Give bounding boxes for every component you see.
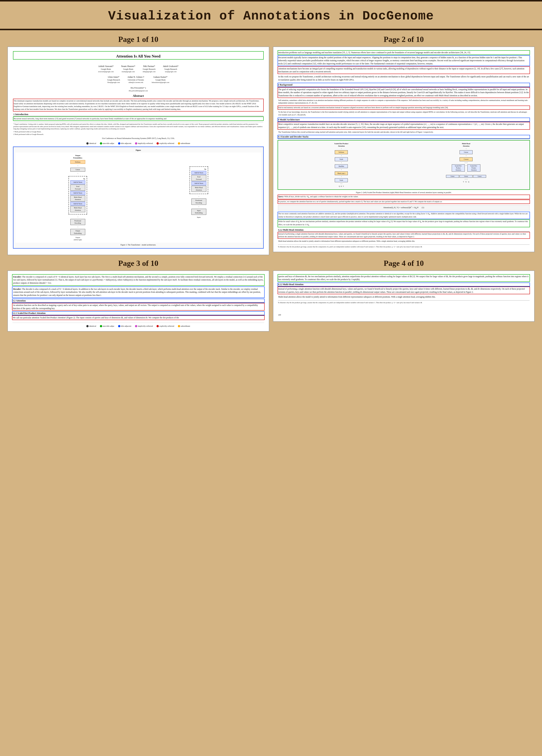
footnotes-block: * Equal contribution. Listing order is r… — [13, 122, 263, 136]
page-2-content: introduction problems such as language m… — [273, 47, 535, 252]
p2-proposal-text: In this work we propose the Transformer,… — [278, 75, 530, 82]
conference-line: 31st Conference on Neural Information Pr… — [13, 137, 263, 140]
author-vaswani: Ashish Vaswani* Google Brain avaswani@go… — [98, 65, 114, 73]
p4-multihead-text: Instead of performing a single attention… — [278, 287, 530, 294]
legend-title-adj: title adjacent — [118, 142, 131, 145]
author-gomez: Aidan N. Gómez † University of Toronto a… — [127, 76, 144, 83]
encoder-stack: OutputProbabilities Softmax ↑ Linear ↑ N… — [68, 154, 88, 241]
bottom-border — [0, 29, 542, 30]
authors-row-1: Ashish Vaswani* Google Brain avaswani@go… — [13, 65, 263, 73]
author-shazeer: Noam Shazeer* Google Brain noam@google.c… — [121, 65, 135, 73]
author-name: Ashish Vaswani* — [98, 65, 114, 68]
p4-and-text: and — [278, 313, 530, 317]
multi-head-attn-diagram: ↑ Linear ↑ Concat ↑ ↑ ↑ Scaled Dot-Produ… — [405, 148, 528, 183]
section-3-header: 3 Model Architecture — [278, 118, 530, 122]
p2-dk-text: While for small values of dk the two mec… — [278, 220, 530, 227]
section-2-text: The goal of reducing sequential computat… — [278, 88, 530, 98]
p2-recurrent-text: Recurrent models typically factor comput… — [278, 56, 530, 66]
scaled-attn-text: We call our particular attention 'Scaled… — [12, 316, 264, 320]
legend-non-title-3: non-title adjac — [100, 325, 114, 327]
page-4-content: queries and keys of dimension dk, the tw… — [273, 270, 535, 322]
section-1-title: 1 Introduction — [13, 113, 263, 116]
page-1-content: Attention Is All You Need Ashish Vaswani… — [7, 47, 269, 255]
attn-text: An attention function can be described a… — [12, 303, 264, 310]
page-3-label: Page 3 of 10 — [7, 259, 269, 268]
page-3-content: Encoder: The encoder is composed of a st… — [7, 270, 269, 332]
author-name: Jakob Uszkoreit* — [163, 65, 179, 68]
p4-intro-text: queries and keys of dimension dk, the tw… — [278, 275, 530, 281]
top-border — [0, 0, 542, 1]
p2-bottom-text: The two most commonly used attention fun… — [278, 212, 530, 219]
abstract-text: The dominant sequence transduction model… — [13, 99, 263, 111]
p2-attention-text: Attention mechanisms have become an inte… — [278, 67, 530, 74]
query-note: Query: With all keys, divide each by √dk… — [278, 195, 530, 199]
page-2-wrapper: Page 2 of 10 introduction problems such … — [273, 35, 535, 255]
section-3-1-header: 3.1 Encoder and Decoder Stacks — [278, 135, 530, 139]
author-name: Niki Parmar* — [143, 65, 156, 68]
section-3-text: Most competitive neural sequence transdu… — [278, 122, 530, 129]
author-uszkoreit: Jakob Uszkoreit* Google Research usz@goo… — [163, 65, 179, 73]
author-kaiser: Łukasz Kaiser* Google Brain lukaszkaiser… — [152, 76, 169, 83]
figure-label: Figure — [15, 149, 261, 152]
page-4-wrapper: Page 4 of 10 queries and keys of dimensi… — [273, 259, 535, 332]
page-title: Visualization of Annotations in DocGenom… — [0, 1, 542, 29]
transformer-overall: The Transformer follows this overall arc… — [278, 130, 530, 134]
p2-footnote: To illustrate why the dot products get l… — [278, 245, 530, 248]
p4-multihead-header: 3.2.2 Multi-Head Attention — [278, 283, 530, 286]
encoder-block: Encoder: The encoder is composed of a st… — [12, 275, 264, 285]
legend-expl-ref-3: explicitly-referred — [156, 325, 174, 327]
multi-head-attn-col: Multi-HeadAttention ↑ Linear ↑ Concat ↑ … — [405, 142, 528, 187]
abstract-title: Abstract — [13, 94, 263, 98]
legend-subord: subordinate — [178, 142, 190, 145]
transformer-arch-diagram: OutputProbabilities Softmax ↑ Linear ↑ N… — [15, 152, 261, 242]
page-4-label: Page 4 of 10 — [273, 259, 535, 268]
self-attn-note: Self-attention, sometimes called intra-a… — [278, 99, 530, 105]
practice-note: In practice, we compute the attention fu… — [278, 200, 530, 204]
legend-impl-ref: implicitly-referred — [135, 142, 153, 145]
multihead-text: Instead of performing a single attention… — [278, 232, 530, 238]
legend-identical: identical — [86, 142, 96, 145]
section-1-text: Recurrent neural networks, long short-te… — [13, 117, 263, 120]
legend-identical-3: identical — [86, 325, 96, 327]
legend-1: identical non-title adjac title adjacent… — [13, 142, 263, 145]
attn-section-header: 3.2 Attention — [12, 299, 264, 303]
p4-footnote: To illustrate why the dot products get l… — [278, 300, 530, 304]
paper-title: Attention Is All You Need — [13, 52, 263, 59]
figure-2-caption: Figure 2: (left) Scaled Dot-Product Atte… — [278, 191, 530, 194]
author-parmar: Niki Parmar* Google Research nikip@googl… — [143, 65, 156, 73]
section-2-header: 2 Background — [278, 83, 530, 87]
figure-1-caption: Figure 1: The Transformer - model archit… — [15, 244, 261, 246]
legend-title-adj-3: title adjacent — [118, 325, 131, 327]
legend-subord-3: subordinate — [178, 325, 190, 327]
legend-non-title: non-title adjac — [100, 142, 114, 145]
author-name: Noam Shazeer* — [121, 65, 135, 68]
page-3-wrapper: Page 3 of 10 Encoder: The encoder is com… — [7, 259, 269, 332]
page-1-wrapper: Page 1 of 10 Attention Is All You Need A… — [7, 35, 269, 255]
authors-row-2: Llion Jones* Google Research llion@googl… — [13, 76, 263, 83]
legend-3: identical non-title adjac title adjacent… — [12, 323, 264, 327]
multihead-header: 3.2.2 Multi-Head Attention — [278, 228, 530, 232]
p4-multihead-text2: Multi-head attention allows the model to… — [278, 295, 530, 299]
scaled-dot-product-col: Scaled Dot-ProductAttention ↑ Softmax ↑ … — [280, 142, 403, 187]
author-polosukhin: Illia Polosukhin* ‡ illia.polosukhin@gma… — [13, 86, 263, 92]
nx-encoder-block: Nх Add & Norm FeedForward Add & Norm Mul… — [189, 166, 208, 194]
author-jones: Llion Jones* Google Research llion@googl… — [107, 76, 120, 83]
transformer-figure: Figure OutputProbabilities Softmax ↑ Lin… — [13, 147, 263, 248]
end-to-end-note: End-to-end memory networks are based on … — [278, 106, 530, 109]
multihead-text2: Multi-head attention allows the model to… — [278, 240, 530, 243]
nx-decoder-block: Nх Add & Norm FeedForward Add & Norm Mul… — [68, 176, 87, 214]
page-2-label: Page 2 of 10 — [273, 35, 535, 44]
p2-intro-text: introduction problems such as language m… — [278, 51, 530, 55]
legend-impl-ref-3: implicitly-referred — [135, 325, 153, 327]
attention-equation: Attention(Q, K, V) = softmax(QKT / √dk)V… — [278, 205, 530, 211]
decoder-block: Decoder: The decoder is also composed of… — [12, 287, 264, 298]
encoder-inner: Nх Add & Norm FeedForward Add & Norm Mul… — [189, 165, 209, 218]
scaled-attn-header: 3.2.1 Scaled Dot-Product Attention — [12, 312, 264, 315]
scaled-dot-product-diagram: ↑ Softmax ↑ Scale ↑ MatMul ↑ Mask (opt.)… — [280, 148, 403, 187]
best-knowledge-note: To the best of our knowledge, however, t… — [278, 110, 530, 117]
page-1-label: Page 1 of 10 — [7, 35, 269, 44]
legend-expl-ref: explicitly-referred — [156, 142, 174, 145]
scaled-attn-figure: Scaled Dot-ProductAttention ↑ Softmax ↑ … — [278, 140, 530, 189]
